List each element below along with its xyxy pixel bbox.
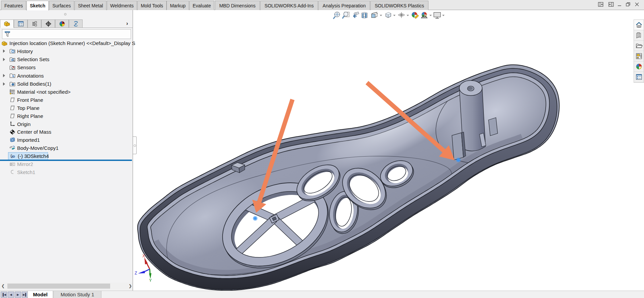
- svg-text:X: X: [142, 254, 145, 258]
- svg-text:P: P: [75, 22, 77, 26]
- svg-text:Y: Y: [149, 278, 152, 283]
- svg-text:Z: Z: [135, 271, 137, 275]
- svg-text:3D: 3D: [11, 155, 15, 158]
- svg-text:A: A: [12, 74, 14, 78]
